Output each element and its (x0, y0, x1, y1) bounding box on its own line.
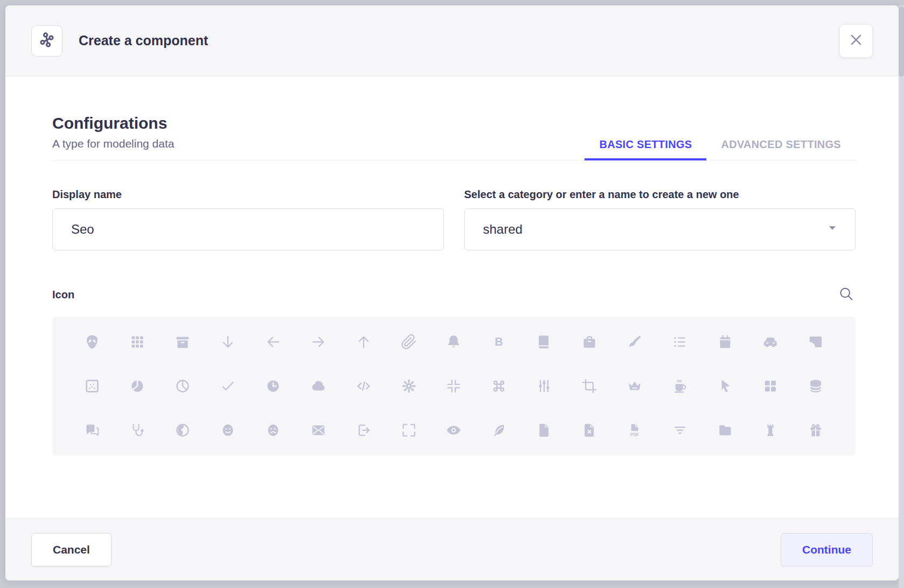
connector-icon[interactable] (535, 377, 553, 395)
category-select[interactable]: shared (464, 208, 856, 250)
modal-header: Create a component (5, 5, 899, 76)
calendar-icon[interactable] (716, 333, 734, 351)
tab-advanced-settings[interactable]: ADVANCED SETTINGS (706, 138, 856, 160)
component-icon-box (31, 25, 62, 57)
display-name-label: Display name (52, 188, 444, 201)
exit-icon[interactable] (354, 421, 373, 439)
cast-icon[interactable] (806, 333, 825, 351)
heading-row: Configurations A type for modeling data … (52, 114, 856, 160)
svg-text:PDF: PDF (630, 432, 639, 437)
heading-block: Configurations A type for modeling data (52, 114, 174, 160)
category-label: Select a category or enter a name to cre… (464, 188, 856, 201)
chart-bubble-icon[interactable] (83, 377, 101, 395)
file-icon[interactable] (535, 421, 553, 439)
attachment-icon[interactable] (400, 333, 418, 351)
cog-icon[interactable] (400, 377, 418, 395)
arrow-down-icon[interactable] (219, 333, 237, 351)
chart-pie-icon[interactable] (173, 377, 192, 395)
brush-icon[interactable] (625, 333, 644, 351)
gate-icon[interactable] (761, 421, 780, 439)
gift-icon[interactable] (806, 421, 825, 439)
filter-icon[interactable] (671, 421, 689, 439)
chart-circle-icon[interactable] (128, 377, 147, 395)
search-icon (838, 286, 854, 304)
doctor-icon[interactable] (128, 421, 147, 439)
eye-icon[interactable] (444, 421, 463, 439)
close-icon (849, 33, 863, 49)
expand-icon[interactable] (400, 421, 418, 439)
icon-grid: BPDF (52, 317, 856, 456)
cursor-icon[interactable] (716, 377, 734, 395)
arrow-up-icon[interactable] (354, 333, 373, 351)
bullet-list-icon[interactable] (671, 333, 689, 351)
bold-icon[interactable]: B (490, 333, 508, 351)
category-select-value: shared (483, 222, 523, 237)
command-icon[interactable] (490, 377, 508, 395)
file-pdf-icon[interactable]: PDF (625, 421, 644, 439)
crown-icon[interactable] (625, 377, 644, 395)
bell-icon[interactable] (444, 333, 463, 351)
emotion-happy-icon[interactable] (219, 421, 237, 439)
screen: { "header": { "title": "Create a compone… (0, 0, 904, 588)
arrow-right-icon[interactable] (309, 333, 328, 351)
modal-title: Create a component (79, 33, 208, 48)
envelop-icon[interactable] (309, 421, 328, 439)
form-row: Display name Select a category or enter … (52, 188, 856, 250)
component-icon (38, 31, 56, 51)
create-component-modal: Create a component Configurations A type… (5, 5, 899, 580)
file-error-icon[interactable] (580, 421, 599, 439)
icon-search-button[interactable] (837, 285, 856, 305)
page-heading: Configurations (52, 114, 174, 132)
check-icon[interactable] (219, 377, 237, 395)
dashboard-icon[interactable] (761, 377, 780, 395)
page-subheading: A type for modeling data (52, 137, 174, 150)
folder-icon[interactable] (716, 421, 734, 439)
earth-icon[interactable] (173, 421, 192, 439)
scrollbar-track[interactable] (899, 5, 904, 588)
scrollbar-thumb[interactable] (899, 6, 904, 76)
category-field-group: Select a category or enter a name to cre… (464, 188, 856, 250)
tabs: BASIC SETTINGS ADVANCED SETTINGS (585, 138, 856, 160)
modal-footer: Cancel Continue (5, 518, 899, 580)
cancel-button[interactable]: Cancel (31, 533, 112, 566)
apps-icon[interactable] (128, 333, 147, 351)
tab-basic-settings[interactable]: BASIC SETTINGS (585, 138, 706, 160)
display-name-field-group: Display name (52, 188, 444, 250)
display-name-input[interactable] (52, 208, 444, 250)
feather-icon[interactable] (490, 421, 508, 439)
crop-icon[interactable] (580, 377, 599, 395)
car-icon[interactable] (761, 333, 780, 351)
collapse-icon[interactable] (444, 377, 463, 395)
arrow-left-icon[interactable] (264, 333, 282, 351)
emotion-unhappy-icon[interactable] (264, 421, 282, 439)
book-icon[interactable] (535, 333, 553, 351)
cup-icon[interactable] (671, 377, 689, 395)
modal-body: Configurations A type for modeling data … (5, 76, 899, 518)
clock-icon[interactable] (264, 377, 282, 395)
chevron-down-icon (826, 221, 839, 237)
icon-section-label: Icon (52, 289, 74, 301)
code-icon[interactable] (354, 377, 373, 395)
continue-button[interactable]: Continue (781, 533, 873, 566)
alien-icon[interactable] (83, 333, 101, 351)
archive-icon[interactable] (173, 333, 192, 351)
briefcase-icon[interactable] (580, 333, 599, 351)
database-icon[interactable] (806, 377, 825, 395)
close-button[interactable] (839, 24, 873, 58)
cloud-icon[interactable] (309, 377, 328, 395)
svg-text:B: B (495, 335, 503, 348)
icon-section-header: Icon (52, 285, 856, 305)
discuss-icon[interactable] (83, 421, 101, 439)
